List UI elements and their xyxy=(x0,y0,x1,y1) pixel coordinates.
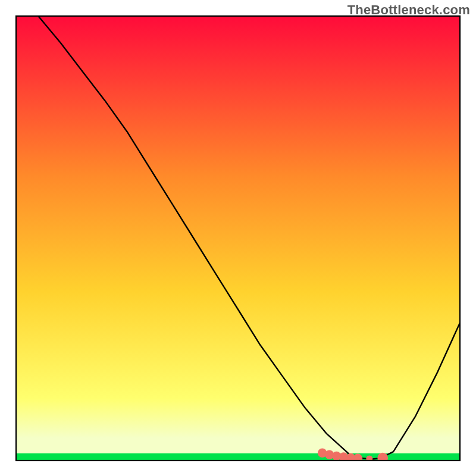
marker-dot xyxy=(353,454,362,463)
marker-dot xyxy=(377,453,388,464)
plot-area xyxy=(16,16,460,463)
watermark-text: TheBottleneck.com xyxy=(347,2,470,18)
bottleneck-chart xyxy=(0,0,476,476)
green-band xyxy=(16,453,460,461)
gradient-background xyxy=(16,16,460,461)
